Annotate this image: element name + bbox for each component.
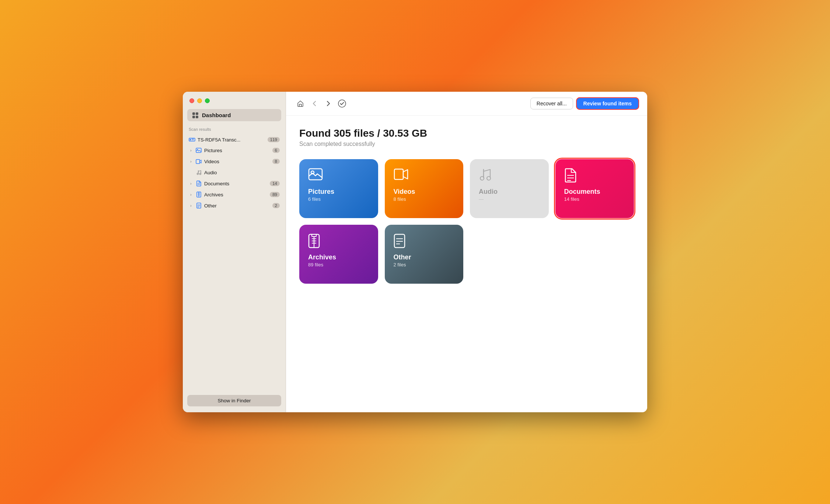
pictures-icon <box>195 147 202 154</box>
card-videos[interactable]: Videos 8 files <box>385 159 464 218</box>
sidebar-item-pictures[interactable]: › Pictures 6 <box>183 145 286 156</box>
minimize-button[interactable] <box>197 98 202 103</box>
chevron-icon: › <box>189 148 193 153</box>
svg-point-8 <box>199 173 201 175</box>
toolbar: Recover all... Review found items <box>286 92 647 116</box>
device-count: 119 <box>268 137 280 142</box>
videos-icon <box>195 158 202 165</box>
archives-icon <box>195 191 202 198</box>
sidebar-label-audio: Audio <box>204 170 217 175</box>
card-documents[interactable]: Documents 14 files <box>555 159 634 218</box>
sidebar-label-documents: Documents <box>204 181 229 186</box>
sidebar-label-other: Other <box>204 203 217 209</box>
card-subtitle-pictures: 6 files <box>308 196 371 202</box>
device-icon <box>189 136 195 143</box>
other-card-icon <box>394 234 408 248</box>
sidebar-count-documents: 14 <box>270 181 280 186</box>
other-icon <box>195 202 202 209</box>
card-subtitle-other: 2 files <box>394 262 456 267</box>
found-subtitle: Scan completed successfully <box>299 141 634 147</box>
card-title-other: Other <box>394 253 456 261</box>
sidebar-item-other[interactable]: › Other 2 <box>183 200 286 211</box>
svg-rect-30 <box>312 234 316 237</box>
svg-rect-6 <box>196 160 200 164</box>
card-title-videos: Videos <box>394 188 456 196</box>
card-audio[interactable]: Audio — <box>470 159 549 218</box>
dashboard-button[interactable]: Dashboard <box>187 109 281 121</box>
home-button[interactable] <box>295 98 306 109</box>
content-area: Found 305 files / 30.53 GB Scan complete… <box>286 116 647 412</box>
sidebar-count-other: 2 <box>272 203 280 208</box>
sidebar-count-archives: 89 <box>270 192 280 197</box>
card-subtitle-audio: — <box>479 196 541 202</box>
videos-card-icon <box>394 168 408 183</box>
sidebar-item-device[interactable]: TS-RDF5A Transc... 119 <box>183 134 286 145</box>
card-archives[interactable]: Archives 89 files <box>299 225 378 284</box>
device-name: TS-RDF5A Transc... <box>198 137 265 143</box>
main-content: Recover all... Review found items Found … <box>286 92 647 412</box>
svg-point-20 <box>338 100 346 107</box>
card-title-pictures: Pictures <box>308 188 371 196</box>
sidebar-item-videos[interactable]: › Videos 8 <box>183 156 286 167</box>
found-title: Found 305 files / 30.53 GB <box>299 127 634 139</box>
documents-card-icon <box>564 168 579 183</box>
show-in-finder-button[interactable]: Show in Finder <box>187 395 281 406</box>
audio-card-icon <box>479 168 494 183</box>
archives-card-icon <box>308 234 323 248</box>
pictures-card-icon <box>308 168 323 183</box>
sidebar-label-pictures: Pictures <box>204 148 222 153</box>
card-title-archives: Archives <box>308 253 371 261</box>
back-button[interactable] <box>309 98 320 109</box>
chevron-icon: › <box>189 203 193 208</box>
sidebar-item-archives[interactable]: › Archives 89 <box>183 189 286 200</box>
recover-all-button[interactable]: Recover all... <box>530 98 573 109</box>
cards-grid: Pictures 6 files Videos 8 files <box>299 159 634 284</box>
review-found-button[interactable]: Review found items <box>577 98 638 109</box>
app-window: Dashboard Scan results TS-RDF5A Transc..… <box>183 92 647 412</box>
sidebar-label-archives: Archives <box>204 192 223 197</box>
dashboard-label: Dashboard <box>202 112 231 118</box>
sidebar-count-videos: 8 <box>272 159 280 164</box>
card-title-audio: Audio <box>479 188 541 196</box>
sidebar: Dashboard Scan results TS-RDF5A Transc..… <box>183 92 286 412</box>
sidebar-footer: Show in Finder <box>183 389 286 412</box>
card-other[interactable]: Other 2 files <box>385 225 464 284</box>
scan-results-label: Scan results <box>183 127 286 134</box>
chevron-icon: › <box>189 192 193 197</box>
toolbar-right: Recover all... Review found items <box>530 98 638 109</box>
card-title-documents: Documents <box>564 188 627 196</box>
sidebar-item-audio[interactable]: › Audio <box>183 167 286 178</box>
checkmark-button[interactable] <box>337 98 347 109</box>
sidebar-item-documents[interactable]: › Documents 14 <box>183 178 286 189</box>
chevron-icon: › <box>189 181 193 186</box>
audio-icon <box>195 169 202 176</box>
svg-rect-23 <box>394 169 403 179</box>
chevron-icon: › <box>189 159 193 164</box>
svg-rect-1 <box>190 139 191 140</box>
close-button[interactable] <box>189 98 194 103</box>
sidebar-label-videos: Videos <box>204 159 219 164</box>
forward-button[interactable] <box>323 98 334 109</box>
svg-point-25 <box>487 176 491 180</box>
card-subtitle-videos: 8 files <box>394 196 456 202</box>
traffic-lights <box>183 92 286 108</box>
dashboard-grid-icon <box>192 112 198 118</box>
card-subtitle-documents: 14 files <box>564 196 627 202</box>
svg-rect-16 <box>197 203 201 208</box>
card-subtitle-archives: 89 files <box>308 262 371 267</box>
maximize-button[interactable] <box>205 98 210 103</box>
card-pictures[interactable]: Pictures 6 files <box>299 159 378 218</box>
documents-icon <box>195 180 202 187</box>
sidebar-count-pictures: 6 <box>272 148 280 153</box>
svg-point-24 <box>480 176 484 180</box>
svg-point-7 <box>197 173 198 175</box>
